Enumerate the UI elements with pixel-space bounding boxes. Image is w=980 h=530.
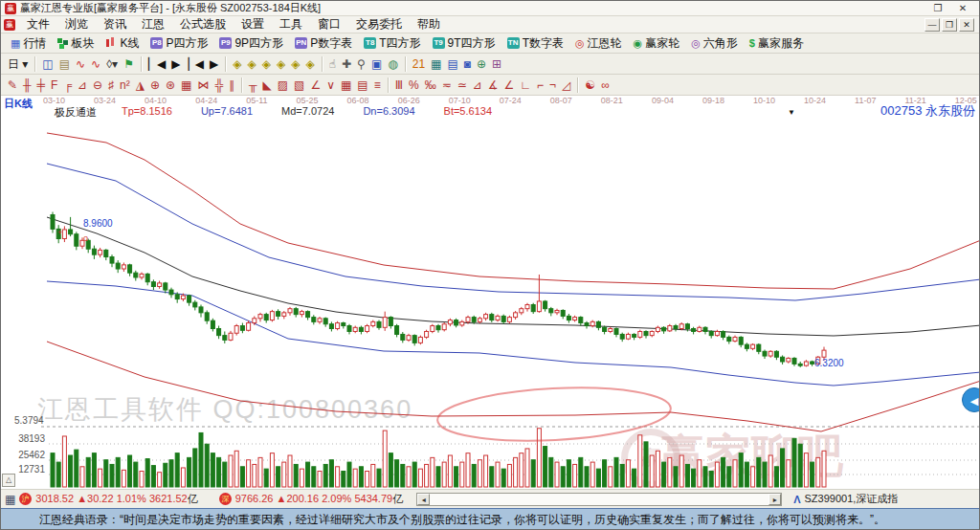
t-square-button[interactable]: T8 T四方形 — [358, 34, 426, 53]
flag-icon[interactable]: ⚑ — [121, 55, 137, 73]
zoom-diamond-icon[interactable]: ◈ — [230, 55, 244, 73]
scrollbar-track[interactable] — [430, 494, 768, 505]
draw-tool-icon[interactable]: ▦ — [338, 77, 354, 94]
tracked-index-label[interactable]: SZ399001,深证成指 — [805, 492, 899, 506]
restore-button[interactable]: ❐ — [925, 3, 950, 13]
gann-wheel-button[interactable]: ◎ 江恩轮 — [569, 34, 628, 53]
hand-icon[interactable]: ☝ — [326, 55, 339, 73]
draw-tool-icon[interactable]: ∨ — [323, 77, 338, 94]
p-square-button[interactable]: P8 P四方形 — [145, 34, 213, 53]
draw-tool-icon[interactable]: ▧ — [291, 77, 307, 94]
menu-item[interactable]: 交易委托 — [348, 16, 410, 33]
info-panel-icon[interactable]: ▣ — [368, 55, 385, 73]
winner-wheel-button[interactable]: ◉ 赢家轮 — [628, 34, 686, 53]
draw-tool-icon[interactable]: ◣ — [259, 77, 274, 94]
prev-icon[interactable]: ◀ — [192, 55, 207, 73]
draw-tool-icon[interactable]: ▦ — [178, 77, 194, 94]
next-icon[interactable]: ▶ — [207, 55, 221, 73]
menu-item[interactable]: 江恩 — [134, 16, 172, 33]
calculator-icon[interactable]: ▦ — [428, 55, 444, 73]
draw-tool-icon[interactable]: ╒ — [60, 77, 75, 94]
stock-code-label[interactable]: 002753 永东股份 — [880, 102, 975, 120]
draw-tool-icon[interactable]: ▨ — [275, 77, 291, 94]
last-page-icon[interactable]: ▶▕ — [168, 55, 191, 73]
menu-item[interactable]: 窗口 — [310, 16, 348, 33]
refresh-icon[interactable]: ◍ — [385, 55, 400, 73]
scroll-left-arrow[interactable]: ◂ — [417, 494, 430, 505]
candle-style-icon[interactable]: ◊▾ — [103, 55, 121, 73]
market-grid-icon[interactable]: ▦ — [5, 493, 15, 506]
p-number-button[interactable]: PN P数字表 — [289, 34, 358, 53]
draw-tool-icon[interactable]: ▤ — [354, 77, 370, 94]
draw-tool-icon[interactable]: ◮ — [133, 77, 147, 94]
period-selector[interactable]: 日 ▾ — [5, 55, 31, 73]
gann-ratio-icon[interactable]: ◿ — [559, 77, 573, 94]
menu-item[interactable]: 资讯 — [96, 16, 134, 33]
draw-tool-icon[interactable]: ⊖ — [90, 77, 105, 94]
draw-tool-icon[interactable]: ⋈ — [194, 77, 212, 94]
gann-ratio-icon[interactable]: ≂ — [439, 77, 455, 94]
sz-index-quote[interactable]: 9766.26 ▲200.16 2.09% 5434.79亿 — [235, 492, 403, 506]
gann-ratio-icon[interactable]: % — [406, 77, 422, 94]
zoom-diamond-icon[interactable]: ◈ — [302, 55, 317, 73]
crosshair-icon[interactable]: ✚ — [339, 55, 354, 73]
gann-ratio-icon[interactable]: ≃ — [455, 77, 470, 94]
quotes-button[interactable]: ▦ 行情 — [5, 34, 52, 53]
scroll-down-marker[interactable]: ▼ — [788, 108, 795, 117]
draw-tool-icon[interactable]: ♯ — [105, 77, 117, 94]
scroll-right-arrow[interactable]: ▸ — [768, 494, 781, 505]
draw-tool-icon[interactable]: ⊛ — [163, 77, 178, 94]
order-icon[interactable]: ⊞ — [489, 55, 504, 73]
indicator-name[interactable]: 极反通道 — [55, 105, 97, 120]
kline-chart[interactable] — [1, 96, 979, 489]
zoom-diamond-icon[interactable]: ◈ — [274, 55, 288, 73]
draw-tool-icon[interactable]: ∠ — [307, 77, 323, 94]
gann-ratio-icon[interactable]: ∡ — [485, 77, 501, 94]
menu-item[interactable]: 公式选股 — [172, 16, 234, 33]
mdi-restore-button[interactable]: ❐ — [942, 18, 957, 32]
gann-ratio-icon[interactable]: ∠ — [501, 77, 518, 94]
kline-button[interactable]: K线 — [100, 34, 145, 53]
menu-item[interactable]: 浏览 — [57, 16, 96, 33]
infinity-icon[interactable]: ∞ — [598, 77, 612, 94]
hexagon-button[interactable]: ◎ 六角形 — [685, 34, 744, 53]
draw-tool-icon[interactable]: F — [48, 77, 60, 94]
mdi-minimize-button[interactable]: — — [924, 18, 940, 32]
save-icon[interactable]: ◙ — [461, 55, 474, 73]
draw-tool-icon[interactable]: ∥ — [226, 77, 237, 94]
close-button[interactable]: ✕ — [950, 3, 975, 13]
draw-tool-icon[interactable]: ╪ — [34, 77, 49, 94]
menu-item[interactable]: 帮助 — [410, 16, 448, 33]
zoom-diamond-icon[interactable]: ◈ — [245, 55, 259, 73]
pattern2-icon[interactable]: ∿ — [88, 55, 103, 73]
first-page-icon[interactable]: ▏◀ — [145, 55, 168, 73]
zoom-diamond-icon[interactable]: ◈ — [259, 55, 274, 73]
t9-square-button[interactable]: T9 9T四方形 — [427, 34, 501, 53]
mdi-close-button[interactable]: ✕ — [959, 18, 974, 32]
sectors-button[interactable]: 板块 — [52, 34, 100, 53]
window-layout-icon[interactable]: ◫ — [39, 55, 56, 73]
gann-ratio-icon[interactable]: ⊿ — [470, 77, 485, 94]
draw-tool-icon[interactable]: n² — [117, 77, 133, 94]
service-icon[interactable]: ⊕ — [474, 55, 489, 73]
service-button[interactable]: $ 赢家服务 — [744, 34, 810, 53]
gann-ratio-icon[interactable]: ‰ — [422, 77, 439, 94]
report-icon[interactable]: ▤ — [444, 55, 460, 73]
expand-corner-button[interactable]: △ — [2, 474, 15, 487]
draw-tool-icon[interactable]: ⊕ — [147, 77, 163, 94]
draw-tool-icon[interactable]: ⊿ — [75, 77, 90, 94]
taiji-icon[interactable]: ☯ — [582, 77, 598, 94]
menu-item[interactable]: 工具 — [272, 16, 310, 33]
draw-tool-icon[interactable]: ╫ — [20, 77, 34, 94]
gann-ratio-icon[interactable]: ∟ — [517, 77, 534, 94]
magnifier-icon[interactable]: ⚲ — [354, 55, 368, 73]
board-icon[interactable]: ▤ — [56, 55, 73, 73]
p9-square-button[interactable]: P9 9P四方形 — [213, 34, 289, 53]
draw-tool-icon[interactable]: ✎ — [5, 77, 20, 94]
horizontal-scrollbar[interactable]: ◂ ▸ — [416, 493, 782, 506]
gann-ratio-icon[interactable]: ¬ — [546, 77, 559, 94]
menu-item[interactable]: 文件 — [19, 16, 57, 33]
menu-item[interactable]: 设置 — [234, 16, 272, 33]
t-number-button[interactable]: TN T数字表 — [501, 34, 569, 53]
calendar-icon[interactable]: 21 — [410, 55, 428, 73]
